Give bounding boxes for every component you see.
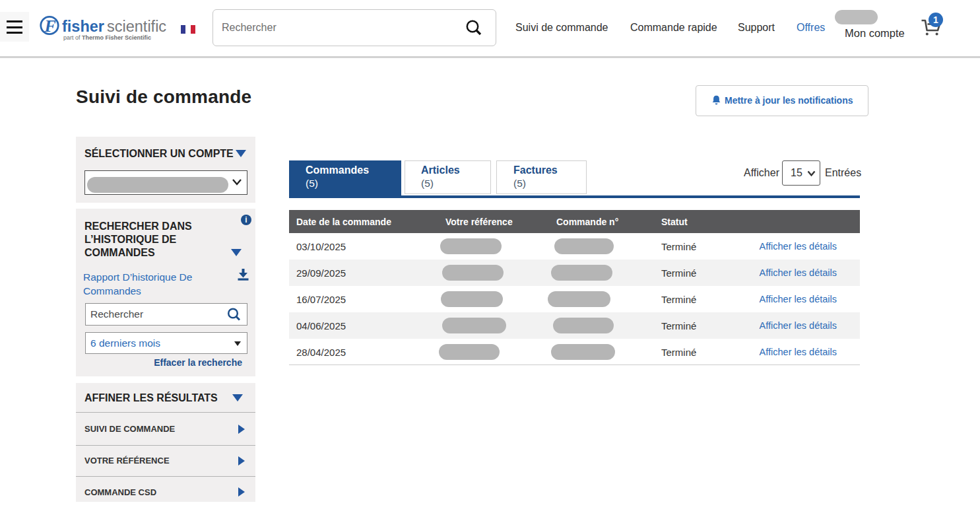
svg-text:fisher: fisher (62, 18, 104, 35)
svg-text:scientific: scientific (107, 18, 166, 35)
svg-text:F: F (44, 17, 56, 36)
svg-text:part of Thermo Fisher Scientif: part of Thermo Fisher Scientific (63, 34, 151, 41)
